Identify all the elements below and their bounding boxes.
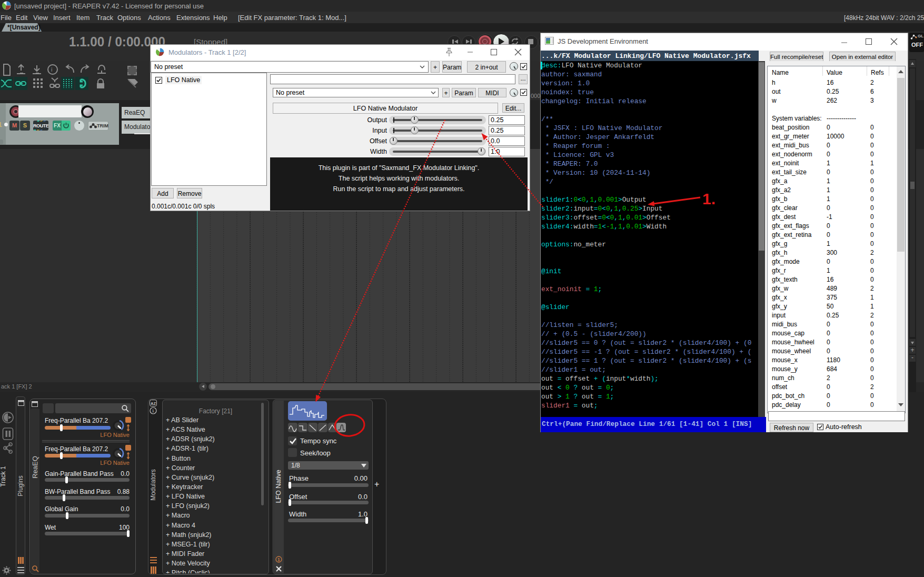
svg-text:1: 1 (277, 557, 280, 562)
svg-text:i: i (51, 66, 52, 73)
svg-text:AZ: AZ (151, 401, 156, 406)
svg-text:1: 1 (152, 409, 155, 413)
